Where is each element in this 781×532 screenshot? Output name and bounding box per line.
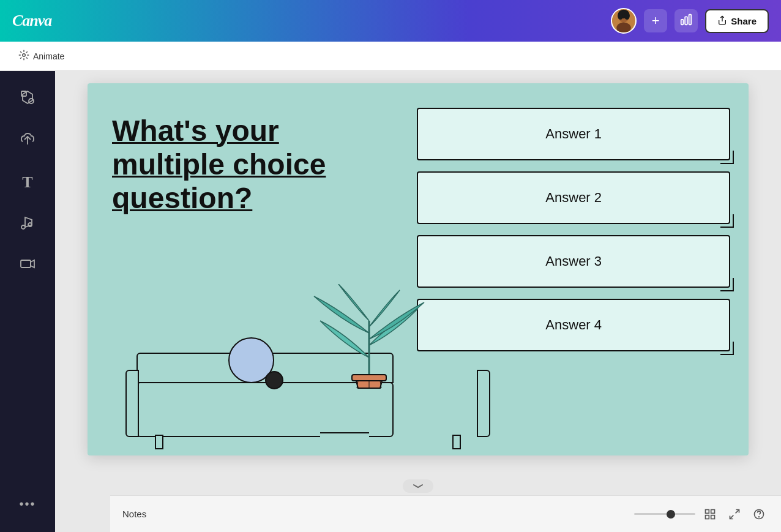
slide-handle[interactable]	[403, 479, 433, 493]
svg-rect-18	[352, 375, 386, 381]
canva-logo: Canva	[12, 12, 51, 30]
bottom-bar: Notes	[110, 495, 781, 532]
secondary-toolbar: Animate	[0, 42, 781, 71]
answer-box-1[interactable]: Answer 1	[417, 108, 730, 160]
main-area: T •••	[0, 71, 781, 532]
slide-canvas[interactable]: What's your multiple choice question? An…	[88, 83, 749, 455]
plant-svg	[308, 284, 430, 394]
svg-point-13	[21, 225, 25, 229]
elements-icon	[20, 89, 36, 109]
slide-question-text[interactable]: What's your multiple choice question?	[112, 114, 380, 215]
svg-line-27	[730, 515, 734, 519]
animate-label: Animate	[33, 51, 64, 61]
answer-box-2[interactable]: Answer 2	[417, 171, 730, 224]
text-icon: T	[22, 173, 32, 192]
share-icon	[717, 15, 727, 27]
top-navigation: Canva +	[0, 0, 781, 42]
sidebar-item-more[interactable]: •••	[6, 485, 49, 522]
answer-label-3: Answer 3	[545, 253, 602, 269]
svg-marker-16	[31, 260, 34, 268]
svg-point-5	[624, 12, 630, 20]
svg-line-26	[736, 509, 739, 513]
grid-view-button[interactable]	[700, 504, 720, 524]
svg-rect-22	[706, 509, 709, 513]
animate-button[interactable]: Animate	[11, 46, 72, 66]
svg-point-4	[618, 12, 623, 20]
share-button[interactable]: Share	[705, 9, 769, 33]
animate-icon	[18, 50, 29, 62]
svg-rect-23	[711, 509, 715, 513]
svg-rect-6	[681, 20, 684, 24]
svg-rect-25	[711, 515, 715, 519]
sidebar-item-upload[interactable]	[6, 122, 49, 159]
svg-rect-15	[21, 260, 31, 268]
zoom-controls	[634, 504, 769, 524]
svg-rect-7	[685, 17, 687, 24]
analytics-button[interactable]	[674, 9, 698, 32]
user-avatar[interactable]	[611, 8, 637, 34]
answer-label-2: Answer 2	[545, 190, 602, 206]
answer-box-3[interactable]: Answer 3	[417, 235, 730, 288]
analytics-icon	[679, 13, 693, 29]
more-icon: •••	[19, 497, 36, 511]
fullscreen-button[interactable]	[725, 504, 744, 524]
share-label: Share	[731, 16, 757, 26]
slide-left-panel: What's your multiple choice question?	[88, 83, 405, 246]
left-sidebar: T •••	[0, 71, 55, 532]
add-button[interactable]: +	[644, 9, 667, 32]
svg-point-29	[759, 516, 760, 517]
audio-icon	[20, 214, 36, 234]
answer-label-4: Answer 4	[545, 317, 602, 333]
answer-label-1: Answer 1	[545, 126, 602, 142]
plus-icon: +	[652, 13, 660, 29]
sidebar-item-elements[interactable]	[6, 81, 49, 118]
sidebar-item-video[interactable]	[6, 247, 49, 284]
zoom-slider[interactable]	[634, 513, 695, 515]
video-icon	[20, 256, 36, 275]
notes-label[interactable]: Notes	[122, 509, 146, 519]
sofa-illustration	[136, 296, 479, 455]
svg-point-9	[23, 54, 26, 57]
sidebar-item-audio[interactable]	[6, 206, 49, 242]
zoom-slider-thumb[interactable]	[667, 510, 675, 519]
help-button[interactable]	[749, 504, 769, 524]
sidebar-item-text[interactable]: T	[6, 164, 49, 201]
canvas-area: What's your multiple choice question? An…	[55, 71, 781, 532]
svg-rect-8	[689, 14, 692, 24]
upload-icon	[20, 131, 36, 151]
svg-rect-24	[706, 515, 709, 519]
